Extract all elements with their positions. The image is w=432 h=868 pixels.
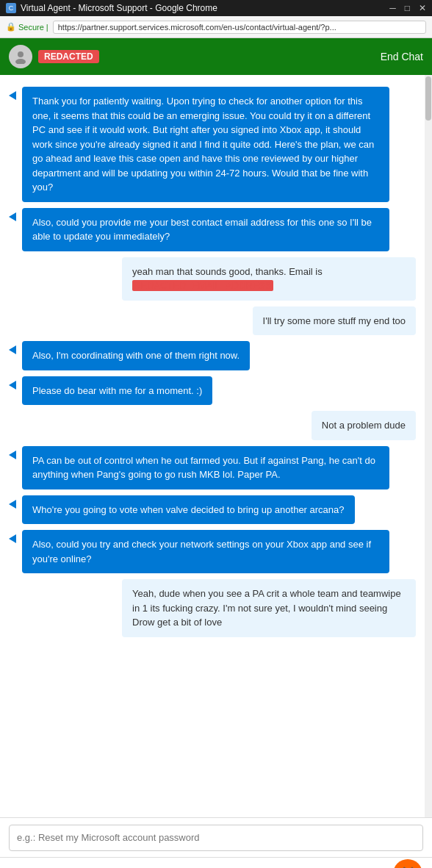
message-text: Not a problem dude [322, 420, 406, 431]
secure-badge: 🔒 Secure | [6, 22, 48, 32]
agent-indicator-icon [9, 212, 18, 221]
list-item: Who're you going to vote when valve deci… [9, 495, 416, 525]
list-item: Not a problem dude [9, 411, 416, 440]
list-item: Also, could you provide me your best con… [9, 208, 416, 251]
message-text: I'll try some more stuff my end too [263, 315, 406, 326]
agent-message-bubble: Also, I'm coordinating with one of them … [22, 341, 250, 370]
agent-indicator-icon [9, 345, 18, 354]
message-text: Who're you going to vote when valve deci… [32, 504, 345, 515]
user-message-bubble: yeah man that sounds good, thanks. Email… [122, 257, 416, 301]
user-message-bubble: Yeah, dude when you see a PA crit a whol… [122, 579, 416, 637]
list-item: Yeah, dude when you see a PA crit a whol… [9, 579, 416, 637]
svg-point-0 [18, 51, 24, 57]
agent-indicator-icon [9, 451, 18, 459]
agent-message-bubble: Who're you going to vote when valve deci… [22, 495, 355, 525]
bottom-bar: 🦊 九游 [0, 857, 432, 868]
chrome-icon: C [6, 3, 16, 13]
close-button[interactable]: ✕ [419, 3, 426, 13]
message-text: Also, I'm coordinating with one of them … [32, 350, 240, 361]
agent-name: REDACTED [38, 50, 99, 63]
user-message-bubble: I'll try some more stuff my end too [253, 306, 416, 336]
message-text: PA can be out of control when he out far… [32, 455, 375, 481]
logo-icon: 🦊 [393, 859, 422, 868]
scrollbar[interactable] [425, 75, 432, 817]
scrollbar-thumb[interactable] [425, 76, 431, 121]
chat-header-left: REDACTED [9, 45, 99, 68]
list-item: Also, I'm coordinating with one of them … [9, 341, 416, 370]
input-area [0, 817, 432, 857]
agent-indicator-icon [9, 534, 18, 543]
message-text: Yeah, dude when you see a PA crit a whol… [132, 588, 401, 628]
minimize-button[interactable]: ─ [389, 3, 396, 13]
agent-indicator-icon [9, 500, 18, 509]
message-text: Also, could you try and check your netwo… [32, 539, 371, 564]
agent-indicator-icon [9, 381, 18, 390]
divider: | [46, 23, 48, 32]
chat-header: REDACTED End Chat [0, 38, 432, 75]
logo-container: 🦊 九游 [389, 859, 426, 868]
list-item: Also, could you try and check your netwo… [9, 530, 416, 573]
window-title: Virtual Agent - Microsoft Support - Goog… [21, 3, 217, 13]
redacted-email: REDACTED_EMAIL_ADDRESS [132, 280, 273, 291]
list-item: Please do bear with me for a moment. :) [9, 376, 416, 406]
message-text: yeah man that sounds good, thanks. Email… [132, 266, 323, 292]
user-message-bubble: Not a problem dude [312, 411, 416, 440]
agent-indicator-icon [9, 91, 18, 100]
lock-icon: 🔒 [6, 22, 16, 32]
agent-message-bubble: Also, could you try and check your netwo… [22, 530, 389, 573]
message-text: Please do bear with me for a moment. :) [32, 385, 202, 396]
message-text: Also, could you provide me your best con… [32, 217, 372, 243]
address-bar: 🔒 Secure | https://partner.support.servi… [0, 16, 432, 38]
chat-input[interactable] [9, 825, 423, 851]
messages-container: Thank you for patiently waiting. Upon tr… [0, 81, 425, 643]
message-text: Thank you for patiently waiting. Upon tr… [32, 96, 374, 193]
secure-label: Secure [18, 23, 44, 32]
agent-message-bubble: Please do bear with me for a moment. :) [22, 376, 212, 406]
title-bar: C Virtual Agent - Microsoft Support - Go… [0, 0, 432, 16]
avatar [9, 45, 32, 68]
title-bar-controls[interactable]: ─ □ ✕ [389, 3, 426, 13]
agent-message-bubble: Also, could you provide me your best con… [22, 208, 389, 251]
maximize-button[interactable]: □ [405, 3, 410, 13]
agent-message-bubble: PA can be out of control when he out far… [22, 446, 389, 489]
end-chat-button[interactable]: End Chat [381, 51, 423, 62]
list-item: PA can be out of control when he out far… [9, 446, 416, 489]
url-bar[interactable]: https://partner.support.services.microso… [53, 21, 426, 34]
list-item: yeah man that sounds good, thanks. Email… [9, 257, 416, 301]
list-item: I'll try some more stuff my end too [9, 306, 416, 336]
title-bar-left: C Virtual Agent - Microsoft Support - Go… [6, 3, 217, 13]
agent-message-bubble: Thank you for patiently waiting. Upon tr… [22, 87, 389, 202]
chat-area: Thank you for patiently waiting. Upon tr… [0, 75, 432, 817]
list-item: Thank you for patiently waiting. Upon tr… [9, 87, 416, 202]
svg-point-1 [15, 59, 26, 64]
